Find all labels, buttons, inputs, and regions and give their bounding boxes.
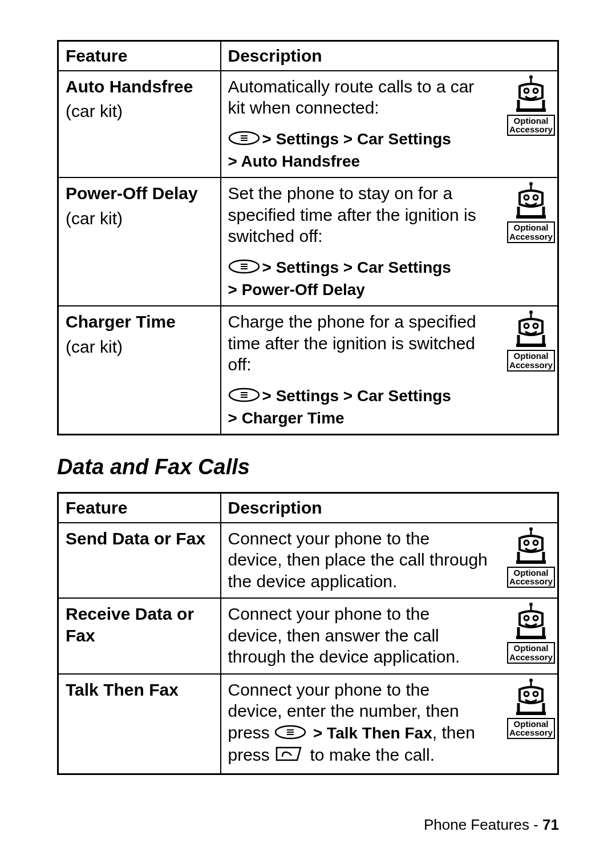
table1-header-description: Description <box>221 41 558 71</box>
optional-accessory-badge: OptionalAccessory <box>502 75 560 139</box>
svg-point-30 <box>533 540 538 545</box>
table-row: Talk Then Fax Connect your phone to the … <box>58 674 558 774</box>
feature-description: Connect your phone to the device, then a… <box>228 603 488 668</box>
svg-point-23 <box>529 310 533 314</box>
menu-key-icon <box>228 129 260 151</box>
menu-key-icon <box>274 723 306 745</box>
feature-description: Charge the phone for a specified time af… <box>228 311 488 376</box>
feature-title: Power-Off Delay <box>66 183 213 204</box>
feature-title: Receive Data or Fax <box>66 603 213 646</box>
svg-point-44 <box>533 692 538 696</box>
svg-point-28 <box>529 527 533 531</box>
nav-path-line2: > Auto Handsfree <box>228 151 488 171</box>
table-row: Receive Data or Fax Connect your phone t… <box>58 598 558 674</box>
nav-path: > Settings > Car Settings <box>262 129 451 149</box>
data-fax-table: Feature Description Send Data or Fax Con… <box>57 492 559 775</box>
svg-point-5 <box>529 75 533 79</box>
feature-description: Connect your phone to the device, then p… <box>228 528 488 592</box>
table2-header-feature: Feature <box>58 493 221 523</box>
svg-point-6 <box>524 88 529 93</box>
svg-point-16 <box>533 195 538 200</box>
page-footer: Phone Features - 71 <box>424 816 559 834</box>
page-number: 71 <box>542 816 559 833</box>
table-row: Send Data or Fax Connect your phone to t… <box>58 523 558 599</box>
car-kit-table: Feature Description Auto Handsfree (car … <box>57 40 559 435</box>
svg-point-25 <box>533 324 538 328</box>
optional-accessory-badge: OptionalAccessory <box>502 678 560 742</box>
optional-accessory-badge: OptionalAccessory <box>502 181 560 245</box>
svg-point-7 <box>533 88 538 93</box>
table-row: Charger Time (car kit) Charge the phone … <box>58 306 558 435</box>
table-row: Auto Handsfree (car kit) Automatically r… <box>58 71 558 178</box>
feature-subtitle: (car kit) <box>66 100 213 122</box>
nav-path-line2: > Charger Time <box>228 408 488 428</box>
svg-point-42 <box>529 679 533 682</box>
nav-path: > Settings > Car Settings <box>262 257 451 277</box>
optional-accessory-badge: OptionalAccessory <box>502 310 560 374</box>
table1-header-feature: Feature <box>58 41 221 71</box>
table2-header-description: Description <box>221 493 558 523</box>
send-key-icon <box>274 745 303 768</box>
table-row: Power-Off Delay (car kit) Set the phone … <box>58 177 558 306</box>
svg-point-35 <box>533 616 538 620</box>
nav-path: > Settings > Car Settings <box>262 386 451 406</box>
feature-description: Automatically route calls to a car kit w… <box>228 76 488 119</box>
svg-point-14 <box>529 182 533 185</box>
svg-point-24 <box>524 324 529 328</box>
feature-description: Set the phone to stay on for a specified… <box>228 183 488 247</box>
feature-title: Charger Time <box>66 311 213 333</box>
nav-path-inline: > Talk Then Fax <box>309 724 432 742</box>
feature-title: Send Data or Fax <box>66 528 213 550</box>
svg-point-34 <box>524 616 529 620</box>
feature-title: Auto Handsfree <box>66 76 213 98</box>
svg-point-33 <box>529 603 533 606</box>
optional-accessory-badge: OptionalAccessory <box>502 602 560 666</box>
svg-point-43 <box>524 692 529 696</box>
svg-point-15 <box>524 195 529 200</box>
menu-key-icon <box>228 257 260 279</box>
optional-accessory-badge: OptionalAccessory <box>502 527 560 591</box>
section-heading: Data and Fax Calls <box>57 455 559 479</box>
feature-subtitle: (car kit) <box>66 336 213 358</box>
footer-label: Phone Features - <box>424 816 542 833</box>
menu-key-icon <box>228 386 260 407</box>
nav-path-line2: > Power-Off Delay <box>228 280 488 300</box>
feature-title: Talk Then Fax <box>66 679 213 701</box>
feature-subtitle: (car kit) <box>66 208 213 229</box>
svg-point-29 <box>524 540 529 545</box>
